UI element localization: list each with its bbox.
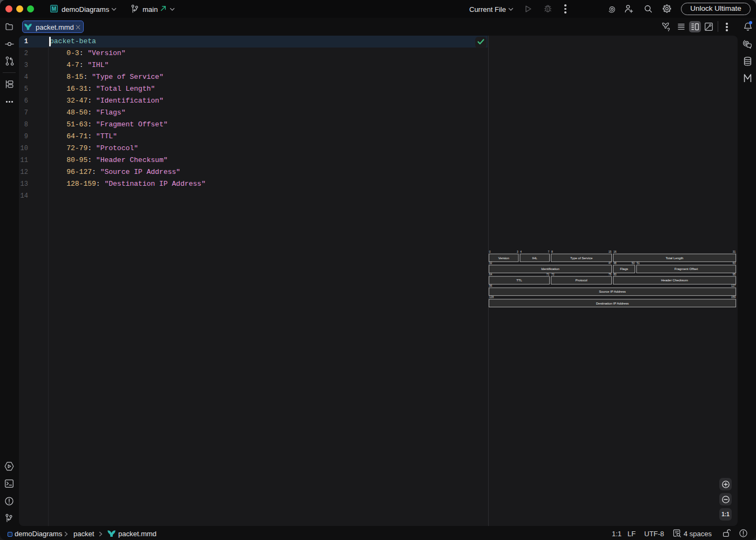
svg-text:4: 4 — [520, 250, 522, 253]
svg-text:TTL: TTL — [516, 279, 522, 282]
svg-text:48: 48 — [613, 261, 617, 265]
svg-text:51: 51 — [637, 261, 640, 265]
svg-text:95: 95 — [733, 273, 736, 276]
svg-text:Version: Version — [498, 256, 509, 260]
svg-text:79: 79 — [609, 273, 612, 276]
svg-text:Type of Service: Type of Service — [570, 256, 593, 260]
svg-text:72: 72 — [551, 273, 555, 276]
svg-text:32: 32 — [489, 261, 492, 265]
svg-text:Flags: Flags — [620, 267, 628, 271]
svg-text:Source IP Address: Source IP Address — [599, 290, 626, 293]
svg-text:0: 0 — [489, 250, 491, 253]
svg-text:127: 127 — [731, 284, 736, 287]
svg-text:Protocol: Protocol — [576, 279, 588, 282]
svg-text:64: 64 — [489, 273, 492, 276]
svg-text:16: 16 — [613, 250, 617, 253]
svg-text:15: 15 — [609, 250, 612, 253]
svg-text:Destination IP Address: Destination IP Address — [596, 302, 629, 305]
svg-text:31: 31 — [733, 250, 736, 253]
svg-text:Identification: Identification — [541, 267, 559, 271]
svg-text:Fragment Offset: Fragment Offset — [674, 267, 698, 271]
svg-text:128: 128 — [489, 295, 494, 299]
svg-text:63: 63 — [733, 261, 736, 265]
svg-text:50: 50 — [632, 261, 635, 265]
svg-text:96: 96 — [489, 284, 492, 287]
svg-text:7: 7 — [548, 250, 549, 253]
svg-text:159: 159 — [731, 295, 736, 299]
svg-text:3: 3 — [517, 250, 518, 253]
svg-text:8: 8 — [551, 250, 553, 253]
svg-text:IHL: IHL — [532, 256, 538, 260]
svg-text:Header Checksum: Header Checksum — [661, 279, 688, 282]
svg-text:80: 80 — [613, 273, 617, 276]
svg-text:47: 47 — [609, 261, 612, 265]
svg-text:Total Length: Total Length — [666, 256, 684, 260]
svg-text:M: M — [52, 6, 56, 12]
svg-text:71: 71 — [546, 273, 550, 276]
